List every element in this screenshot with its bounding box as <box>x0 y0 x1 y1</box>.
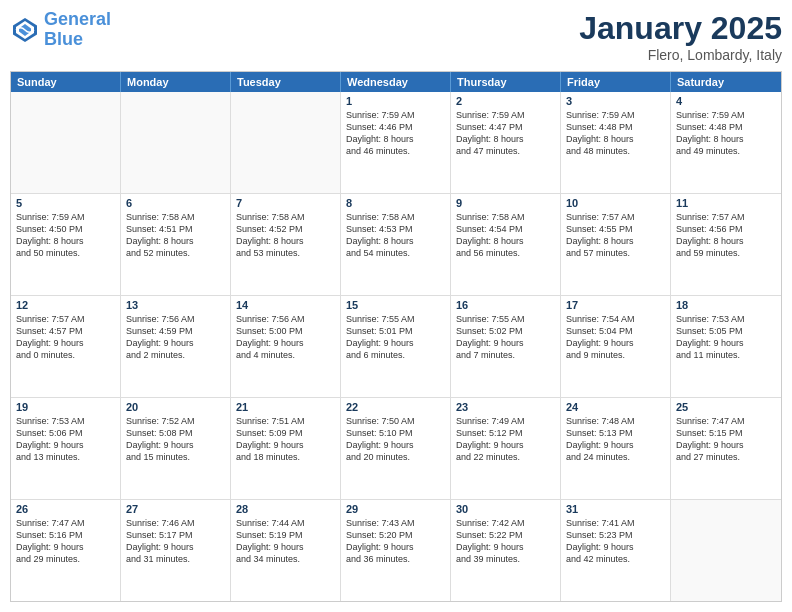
day-cell-31: 31Sunrise: 7:41 AM Sunset: 5:23 PM Dayli… <box>561 500 671 601</box>
day-cell-26: 26Sunrise: 7:47 AM Sunset: 5:16 PM Dayli… <box>11 500 121 601</box>
weekday-header-saturday: Saturday <box>671 72 781 92</box>
day-info: Sunrise: 7:49 AM Sunset: 5:12 PM Dayligh… <box>456 415 555 464</box>
day-cell-15: 15Sunrise: 7:55 AM Sunset: 5:01 PM Dayli… <box>341 296 451 397</box>
day-cell-18: 18Sunrise: 7:53 AM Sunset: 5:05 PM Dayli… <box>671 296 781 397</box>
weekday-header-wednesday: Wednesday <box>341 72 451 92</box>
logo-text: General Blue <box>44 10 111 50</box>
day-cell-22: 22Sunrise: 7:50 AM Sunset: 5:10 PM Dayli… <box>341 398 451 499</box>
day-info: Sunrise: 7:42 AM Sunset: 5:22 PM Dayligh… <box>456 517 555 566</box>
calendar-row-2: 12Sunrise: 7:57 AM Sunset: 4:57 PM Dayli… <box>11 296 781 398</box>
day-info: Sunrise: 7:58 AM Sunset: 4:51 PM Dayligh… <box>126 211 225 260</box>
empty-cell-0-1 <box>121 92 231 193</box>
day-info: Sunrise: 7:59 AM Sunset: 4:48 PM Dayligh… <box>676 109 776 158</box>
day-info: Sunrise: 7:53 AM Sunset: 5:05 PM Dayligh… <box>676 313 776 362</box>
day-number: 7 <box>236 197 335 209</box>
day-info: Sunrise: 7:58 AM Sunset: 4:54 PM Dayligh… <box>456 211 555 260</box>
page: General Blue January 2025 Flero, Lombard… <box>0 0 792 612</box>
day-number: 16 <box>456 299 555 311</box>
day-number: 30 <box>456 503 555 515</box>
day-number: 31 <box>566 503 665 515</box>
day-info: Sunrise: 7:43 AM Sunset: 5:20 PM Dayligh… <box>346 517 445 566</box>
day-number: 1 <box>346 95 445 107</box>
day-number: 6 <box>126 197 225 209</box>
day-cell-9: 9Sunrise: 7:58 AM Sunset: 4:54 PM Daylig… <box>451 194 561 295</box>
day-number: 24 <box>566 401 665 413</box>
day-info: Sunrise: 7:59 AM Sunset: 4:46 PM Dayligh… <box>346 109 445 158</box>
day-number: 10 <box>566 197 665 209</box>
weekday-header-thursday: Thursday <box>451 72 561 92</box>
day-cell-14: 14Sunrise: 7:56 AM Sunset: 5:00 PM Dayli… <box>231 296 341 397</box>
logo-icon <box>10 15 40 45</box>
weekday-header-tuesday: Tuesday <box>231 72 341 92</box>
day-cell-1: 1Sunrise: 7:59 AM Sunset: 4:46 PM Daylig… <box>341 92 451 193</box>
title-block: January 2025 Flero, Lombardy, Italy <box>579 10 782 63</box>
day-info: Sunrise: 7:48 AM Sunset: 5:13 PM Dayligh… <box>566 415 665 464</box>
calendar: SundayMondayTuesdayWednesdayThursdayFrid… <box>10 71 782 602</box>
header: General Blue January 2025 Flero, Lombard… <box>10 10 782 63</box>
day-cell-10: 10Sunrise: 7:57 AM Sunset: 4:55 PM Dayli… <box>561 194 671 295</box>
day-number: 4 <box>676 95 776 107</box>
empty-cell-4-6 <box>671 500 781 601</box>
day-number: 11 <box>676 197 776 209</box>
day-info: Sunrise: 7:56 AM Sunset: 4:59 PM Dayligh… <box>126 313 225 362</box>
empty-cell-0-2 <box>231 92 341 193</box>
day-info: Sunrise: 7:53 AM Sunset: 5:06 PM Dayligh… <box>16 415 115 464</box>
day-number: 12 <box>16 299 115 311</box>
logo: General Blue <box>10 10 111 50</box>
calendar-body: 1Sunrise: 7:59 AM Sunset: 4:46 PM Daylig… <box>11 92 781 601</box>
day-cell-25: 25Sunrise: 7:47 AM Sunset: 5:15 PM Dayli… <box>671 398 781 499</box>
day-cell-6: 6Sunrise: 7:58 AM Sunset: 4:51 PM Daylig… <box>121 194 231 295</box>
day-info: Sunrise: 7:50 AM Sunset: 5:10 PM Dayligh… <box>346 415 445 464</box>
day-info: Sunrise: 7:46 AM Sunset: 5:17 PM Dayligh… <box>126 517 225 566</box>
day-info: Sunrise: 7:59 AM Sunset: 4:48 PM Dayligh… <box>566 109 665 158</box>
day-info: Sunrise: 7:58 AM Sunset: 4:52 PM Dayligh… <box>236 211 335 260</box>
day-info: Sunrise: 7:57 AM Sunset: 4:56 PM Dayligh… <box>676 211 776 260</box>
day-cell-23: 23Sunrise: 7:49 AM Sunset: 5:12 PM Dayli… <box>451 398 561 499</box>
day-cell-12: 12Sunrise: 7:57 AM Sunset: 4:57 PM Dayli… <box>11 296 121 397</box>
day-number: 23 <box>456 401 555 413</box>
day-info: Sunrise: 7:44 AM Sunset: 5:19 PM Dayligh… <box>236 517 335 566</box>
day-number: 26 <box>16 503 115 515</box>
calendar-header: SundayMondayTuesdayWednesdayThursdayFrid… <box>11 72 781 92</box>
day-cell-3: 3Sunrise: 7:59 AM Sunset: 4:48 PM Daylig… <box>561 92 671 193</box>
day-number: 19 <box>16 401 115 413</box>
empty-cell-0-0 <box>11 92 121 193</box>
calendar-row-4: 26Sunrise: 7:47 AM Sunset: 5:16 PM Dayli… <box>11 500 781 601</box>
day-cell-21: 21Sunrise: 7:51 AM Sunset: 5:09 PM Dayli… <box>231 398 341 499</box>
day-cell-24: 24Sunrise: 7:48 AM Sunset: 5:13 PM Dayli… <box>561 398 671 499</box>
calendar-row-3: 19Sunrise: 7:53 AM Sunset: 5:06 PM Dayli… <box>11 398 781 500</box>
day-number: 27 <box>126 503 225 515</box>
day-cell-4: 4Sunrise: 7:59 AM Sunset: 4:48 PM Daylig… <box>671 92 781 193</box>
day-number: 20 <box>126 401 225 413</box>
day-number: 5 <box>16 197 115 209</box>
day-number: 3 <box>566 95 665 107</box>
day-cell-29: 29Sunrise: 7:43 AM Sunset: 5:20 PM Dayli… <box>341 500 451 601</box>
day-number: 8 <box>346 197 445 209</box>
day-number: 29 <box>346 503 445 515</box>
day-cell-7: 7Sunrise: 7:58 AM Sunset: 4:52 PM Daylig… <box>231 194 341 295</box>
day-cell-2: 2Sunrise: 7:59 AM Sunset: 4:47 PM Daylig… <box>451 92 561 193</box>
weekday-header-friday: Friday <box>561 72 671 92</box>
day-number: 22 <box>346 401 445 413</box>
day-number: 13 <box>126 299 225 311</box>
day-cell-20: 20Sunrise: 7:52 AM Sunset: 5:08 PM Dayli… <box>121 398 231 499</box>
day-number: 14 <box>236 299 335 311</box>
day-info: Sunrise: 7:55 AM Sunset: 5:02 PM Dayligh… <box>456 313 555 362</box>
day-cell-30: 30Sunrise: 7:42 AM Sunset: 5:22 PM Dayli… <box>451 500 561 601</box>
day-number: 28 <box>236 503 335 515</box>
day-cell-8: 8Sunrise: 7:58 AM Sunset: 4:53 PM Daylig… <box>341 194 451 295</box>
month-title: January 2025 <box>579 10 782 47</box>
day-cell-13: 13Sunrise: 7:56 AM Sunset: 4:59 PM Dayli… <box>121 296 231 397</box>
day-cell-27: 27Sunrise: 7:46 AM Sunset: 5:17 PM Dayli… <box>121 500 231 601</box>
day-cell-28: 28Sunrise: 7:44 AM Sunset: 5:19 PM Dayli… <box>231 500 341 601</box>
day-cell-17: 17Sunrise: 7:54 AM Sunset: 5:04 PM Dayli… <box>561 296 671 397</box>
day-info: Sunrise: 7:47 AM Sunset: 5:16 PM Dayligh… <box>16 517 115 566</box>
calendar-row-0: 1Sunrise: 7:59 AM Sunset: 4:46 PM Daylig… <box>11 92 781 194</box>
day-info: Sunrise: 7:54 AM Sunset: 5:04 PM Dayligh… <box>566 313 665 362</box>
day-number: 25 <box>676 401 776 413</box>
day-number: 9 <box>456 197 555 209</box>
day-info: Sunrise: 7:56 AM Sunset: 5:00 PM Dayligh… <box>236 313 335 362</box>
day-info: Sunrise: 7:41 AM Sunset: 5:23 PM Dayligh… <box>566 517 665 566</box>
day-number: 2 <box>456 95 555 107</box>
day-cell-5: 5Sunrise: 7:59 AM Sunset: 4:50 PM Daylig… <box>11 194 121 295</box>
